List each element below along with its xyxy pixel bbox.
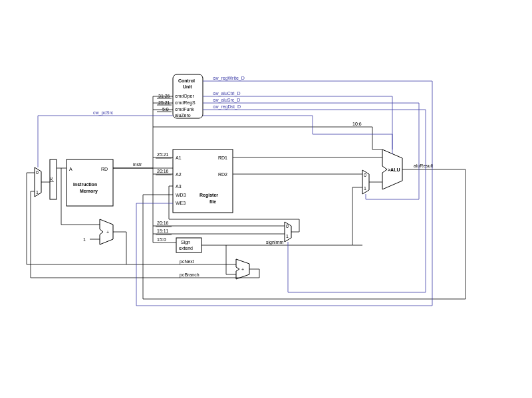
rf-a2: A2: [176, 172, 182, 177]
label-20-16-a2: 20:16: [157, 169, 169, 173]
rf-label-2: file: [209, 199, 216, 204]
control-unit-label-2: Unit: [183, 84, 192, 89]
pc-adder-label: +: [106, 230, 109, 235]
rf-rd1: RD1: [218, 155, 227, 160]
label-cw-aluctrl: cw_aluCtrl_D: [213, 91, 241, 96]
imem-port-a: A: [69, 167, 72, 171]
wire-aluzero: [203, 116, 392, 154]
svg-text:0: 0: [364, 173, 366, 177]
svg-text:1: 1: [364, 186, 366, 191]
label-signimm: signImm: [266, 240, 284, 245]
label-const1: 1: [83, 237, 86, 242]
imem-label-line2: Memory: [80, 189, 98, 194]
rf-rd2: RD2: [218, 172, 227, 177]
label-31-26: 31:26: [158, 94, 170, 98]
svg-text:1: 1: [286, 234, 289, 239]
label-cw-regdst: cw_regDst_D: [213, 104, 241, 110]
rf-a3: A3: [176, 184, 182, 189]
control-unit-label-1: Control: [178, 78, 195, 83]
wire-signimm-up: [352, 187, 362, 245]
label-pcbranch: pcBranch: [180, 272, 200, 278]
cu-in-cmdfunk: cmdFunk: [175, 107, 194, 112]
rf-label-1: Register: [200, 193, 218, 198]
label-25-21-cu: 25:21: [158, 100, 170, 105]
rf-wd3: WD3: [176, 193, 186, 197]
imem-label-line1: Instruction: [73, 182, 97, 187]
sign-extend-label-1: Sign: [181, 240, 190, 245]
pc-register-label: pc: [49, 177, 54, 182]
imem-port-rd: RD: [101, 167, 108, 171]
label-25-21: 25:21: [157, 152, 169, 157]
label-pcnext: pcNext: [180, 259, 194, 264]
label-cw-pcsrc: cw_pcSrc: [93, 110, 114, 116]
cu-in-cmdoper: cmdOper: [175, 94, 194, 99]
label-cw-regwrite: cw_regWrite_D: [213, 76, 245, 81]
cu-in-cmdregs: cmdRegS: [175, 100, 196, 106]
mux-sel-0: 0: [36, 170, 39, 175]
wire-signimm-to-branchadd: [226, 245, 236, 274]
svg-text:0: 0: [286, 224, 289, 229]
rf-a1: A1: [176, 155, 182, 160]
label-15-0: 15:0: [157, 237, 166, 242]
label-instr: instr: [133, 162, 142, 167]
label-aluresult: aluResult: [414, 163, 433, 168]
cu-in-aluzero: aluZero: [175, 113, 191, 118]
wire-pcplus1: [113, 232, 236, 264]
cpu-datapath-diagram: 0 1 pc A RD Instruction Memory instr Con…: [0, 0, 532, 398]
label-10-6: 10:6: [352, 122, 362, 126]
branch-adder-label: +: [241, 267, 244, 272]
label-cw-alusrc: cw_aluSrc_D: [213, 98, 240, 103]
label-5-0: 5:0: [162, 107, 169, 112]
alu-label: >ALU: [388, 167, 400, 172]
rf-we3: WE3: [176, 201, 186, 205]
sign-extend-label-2: extend: [179, 246, 193, 250]
label-15-11: 15:11: [157, 229, 169, 233]
mux-sel-1: 1: [36, 190, 39, 195]
label-20-16-mux: 20:16: [157, 221, 169, 225]
